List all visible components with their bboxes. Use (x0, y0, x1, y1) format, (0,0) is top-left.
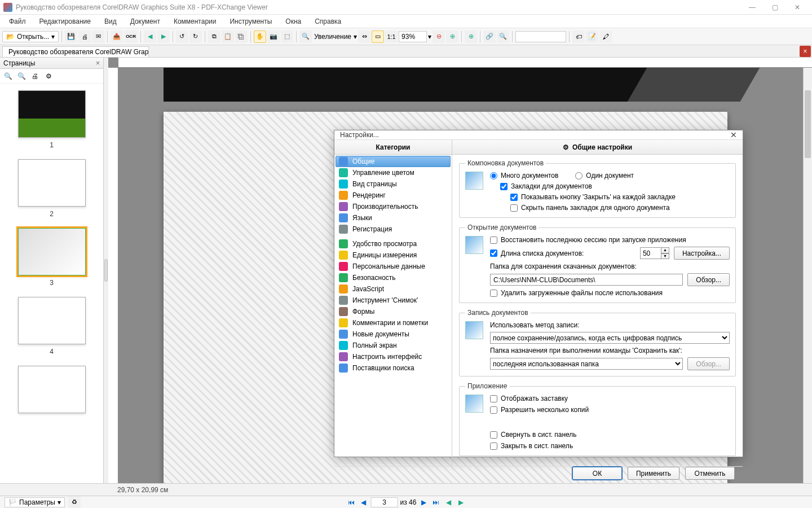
first-page-icon[interactable]: ⏮ (346, 497, 356, 507)
category-performance[interactable]: Производительность (336, 201, 451, 212)
rotate-cw-icon[interactable]: ↻ (189, 30, 202, 43)
close-button[interactable]: ✕ (786, 0, 809, 15)
download-folder-input[interactable] (490, 274, 683, 286)
dialog-close-icon[interactable]: ✕ (730, 130, 737, 139)
setup-button[interactable]: Настройка... (674, 247, 730, 260)
rotate-ccw-icon[interactable]: ↺ (176, 30, 188, 43)
zoom-in-thumb-icon[interactable]: 🔍 (2, 71, 14, 82)
category-registration[interactable]: Регистрация (336, 224, 451, 235)
stamp-icon[interactable]: 🏷 (572, 30, 585, 43)
chevron-down-icon[interactable]: ▾ (354, 33, 357, 41)
page-thumbnail[interactable] (18, 90, 86, 138)
radio-one-document[interactable] (575, 172, 582, 179)
search-web-icon[interactable]: 🔍 (497, 30, 509, 43)
category-identity[interactable]: Персональные данные (336, 261, 451, 272)
zoom-out-icon[interactable]: ⊖ (433, 30, 445, 43)
radio-many-documents[interactable] (490, 172, 497, 179)
category-javascript[interactable]: JavaScript (336, 283, 451, 295)
menu-comments[interactable]: Комментарии (167, 16, 223, 27)
zoom-out-thumb-icon[interactable]: 🔍 (16, 71, 27, 82)
checkbox-list-length[interactable] (490, 249, 497, 257)
ok-button[interactable]: ОК (572, 467, 622, 480)
checkbox-document-tabs[interactable] (500, 183, 508, 190)
close-all-tabs-icon[interactable]: × (800, 46, 811, 57)
snapshot-icon[interactable]: 📷 (267, 30, 280, 43)
category-languages[interactable]: Языки (336, 212, 451, 224)
zoom-input[interactable] (399, 31, 427, 42)
category-snapshot[interactable]: Инструмент 'Снимок' (336, 295, 451, 306)
checkbox-minimize-tray[interactable] (490, 431, 497, 439)
checkbox-allow-multiple[interactable] (490, 406, 497, 414)
menu-document[interactable]: Документ (123, 16, 167, 27)
last-page-icon[interactable]: ⏭ (431, 497, 441, 507)
dialog-titlebar[interactable]: Настройки... ✕ (334, 130, 743, 139)
prev-page-icon[interactable]: ◀ (359, 497, 369, 507)
category-fullscreen[interactable]: Полный экран (336, 340, 451, 351)
apply-button[interactable]: Применить (628, 467, 679, 480)
fit-page-icon[interactable]: ▭ (372, 30, 384, 43)
save-icon[interactable]: 💾 (65, 30, 77, 43)
link-icon[interactable]: 🔗 (483, 30, 496, 43)
add-doc-icon[interactable]: ⊕ (465, 30, 477, 43)
category-page-view[interactable]: Вид страницы (336, 178, 451, 190)
zoom-icon[interactable]: 🔍 (299, 30, 312, 43)
undo-icon[interactable]: ◀ (144, 30, 156, 43)
category-general[interactable]: Общие (336, 156, 451, 167)
checkbox-hide-tabbar[interactable] (510, 204, 518, 212)
options-thumb-icon[interactable]: ⚙ (43, 71, 54, 82)
category-forms[interactable]: Формы (336, 306, 451, 317)
save-method-select[interactable]: полное сохранение/дозапись, когда есть ц… (490, 332, 730, 344)
category-comments[interactable]: Комментарии и пометки (336, 317, 451, 329)
spin-down-icon[interactable]: ▼ (661, 253, 669, 260)
category-security[interactable]: Безопасность (336, 272, 451, 283)
page-thumbnail-selected[interactable] (18, 228, 86, 275)
print-icon[interactable]: 🖨 (78, 30, 91, 43)
saveas-folder-select[interactable]: последняя использованная папка (490, 358, 683, 370)
category-units[interactable]: Единицы измерения (336, 249, 451, 261)
open-button[interactable]: 📂 Открыть... ▾ (2, 31, 59, 42)
splitter[interactable] (104, 58, 108, 483)
zoom-in-icon[interactable]: ⊕ (446, 30, 458, 43)
list-length-stepper[interactable]: ▲▼ (640, 247, 669, 259)
category-color[interactable]: Управление цветом (336, 167, 451, 178)
page-thumbnail[interactable] (18, 159, 86, 207)
nav-back-icon[interactable]: ◀ (443, 497, 453, 507)
menu-help[interactable]: Справка (308, 16, 348, 27)
next-page-icon[interactable]: ▶ (418, 497, 429, 507)
category-search[interactable]: Поставщики поиска (336, 362, 451, 374)
checkbox-close-tray[interactable] (490, 443, 497, 450)
email-icon[interactable]: ✉ (92, 30, 104, 43)
menu-edit[interactable]: Редактирование (33, 16, 98, 27)
params-button[interactable]: 🏳️ Параметры ▾ (5, 497, 65, 507)
browse-button[interactable]: Обзор... (687, 273, 730, 286)
menu-file[interactable]: Файл (2, 16, 33, 27)
hand-icon[interactable]: ✋ (254, 30, 266, 43)
redo-icon[interactable]: ▶ (157, 30, 170, 43)
highlight-icon[interactable]: 🖍 (599, 30, 612, 43)
thumbnails-list[interactable]: 1 2 3 4 (0, 84, 103, 483)
checkbox-delete-after-use[interactable] (490, 290, 497, 297)
select-icon[interactable]: ⬚ (281, 30, 293, 43)
category-new-docs[interactable]: Новые документы (336, 329, 451, 340)
ocr-icon[interactable]: OCR (124, 30, 138, 43)
actual-size-icon[interactable]: 1:1 (385, 30, 398, 43)
maximize-button[interactable]: ▢ (764, 0, 786, 15)
search-input[interactable] (515, 31, 566, 42)
spin-up-icon[interactable]: ▲ (661, 247, 669, 253)
fit-width-icon[interactable]: ⇔ (358, 30, 370, 43)
scrollbar-thumb[interactable] (805, 90, 811, 158)
cancel-button[interactable]: Отменить (685, 467, 735, 480)
sidebar-close-icon[interactable]: × (96, 59, 100, 67)
category-customize[interactable]: Настроить интерфейс (336, 351, 451, 362)
copy-icon[interactable]: ⧉ (208, 30, 220, 43)
page-thumbnail[interactable] (18, 366, 86, 413)
minimize-button[interactable]: — (741, 0, 764, 15)
menu-view[interactable]: Вид (98, 16, 123, 27)
export-icon[interactable]: 📤 (111, 30, 123, 43)
chevron-down-icon[interactable]: ▾ (428, 33, 431, 41)
category-rendering[interactable]: Рендеринг (336, 190, 451, 201)
duplicate-icon[interactable]: ⿻ (235, 30, 248, 43)
checkbox-show-close-button[interactable] (510, 194, 518, 201)
category-accessibility[interactable]: Удобство просмотра (336, 238, 451, 249)
menu-tools[interactable]: Инструменты (223, 16, 279, 27)
